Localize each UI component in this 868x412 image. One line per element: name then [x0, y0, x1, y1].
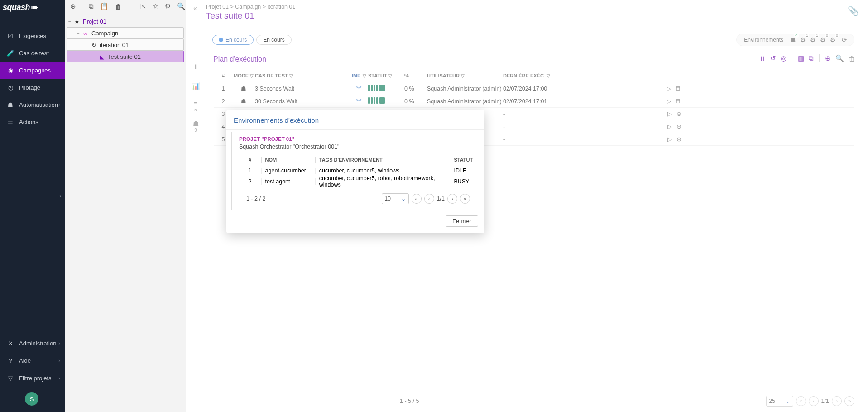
nav-exigences[interactable]: ☑ Exigences: [0, 27, 65, 44]
iteration-icon: ↻: [90, 42, 98, 48]
chevron-right-icon: ›: [58, 375, 60, 381]
wrench-icon: ✕: [6, 340, 14, 347]
close-button[interactable]: Fermer: [446, 215, 478, 227]
nav-filtre-projets[interactable]: ▽ Filtre projets ›: [0, 369, 65, 387]
modal-page-size[interactable]: 10⌄: [382, 193, 409, 204]
modal-orchestrator: Squash Orchestrator "Orchestrator 001": [239, 144, 477, 150]
checklist-icon: ☑: [6, 33, 14, 39]
nav-cas-de-test[interactable]: 🧪 Cas de test: [0, 44, 65, 62]
search-icon[interactable]: 🔍: [177, 2, 186, 10]
paste-icon[interactable]: 📋: [100, 2, 109, 10]
chevron-right-icon: ›: [58, 102, 60, 107]
modal-footer: Fermer: [226, 211, 484, 233]
nav-aide[interactable]: ? Aide ›: [0, 352, 65, 369]
campaign-icon: ∞: [82, 30, 90, 37]
nav-label: Administration: [19, 340, 56, 347]
chevron-right-icon: ›: [58, 358, 60, 363]
mcol-status: STATUT: [450, 157, 477, 163]
tree-label: Campaign: [91, 30, 118, 37]
tree-panel: ⊕ ⧉ 📋 🗑 ⇱ ☆ ⚙ 🔍 − ★ Projet 01 − ∞ Campai…: [65, 0, 186, 412]
nav-label: Campagnes: [19, 67, 51, 74]
copy-icon[interactable]: ⧉: [89, 2, 94, 10]
tree-label: Test suite 01: [108, 53, 141, 60]
star-icon[interactable]: ☆: [153, 2, 158, 10]
avatar[interactable]: S: [25, 392, 38, 406]
nav-actions[interactable]: ☰ Actions: [0, 113, 65, 130]
flask-icon: 🧪: [6, 50, 14, 57]
tree-toolbar: ⊕ ⧉ 📋 🗑 ⇱ ☆ ⚙ 🔍: [65, 0, 186, 13]
modal-first-button[interactable]: «: [412, 194, 422, 204]
mcol-tags: TAGS D'ENVIRONNEMENT: [316, 157, 451, 163]
environments-modal: Environnements d'exécution PROJET "PROJE…: [226, 110, 484, 233]
modal-last-button[interactable]: »: [460, 194, 470, 204]
nav-administration[interactable]: ✕ Administration ›: [0, 335, 65, 352]
nav-label: Filtre projets: [19, 375, 52, 382]
bars-icon: ☰: [6, 119, 14, 125]
mcol-n: #: [239, 157, 262, 163]
add-icon[interactable]: ⊕: [70, 2, 76, 10]
modal-table-row[interactable]: 1 agent-cucumber cucumber, cucumber5, wi…: [239, 165, 477, 176]
logo-swoosh: ➠: [31, 2, 38, 13]
nav-label: Aide: [19, 357, 31, 364]
tree-suite[interactable]: ◣ Test suite 01: [67, 51, 184, 62]
logo-text: squash: [3, 3, 30, 12]
tree-project[interactable]: − ★ Projet 01: [67, 15, 184, 27]
export-icon[interactable]: ⇱: [140, 2, 146, 10]
modal-range: 1 - 2 / 2: [246, 196, 265, 202]
nav-label: Cas de test: [19, 50, 49, 57]
gauge-icon: ◷: [6, 84, 14, 91]
modal-pager: 1 - 2 / 2 10⌄ « ‹ 1/1 › »: [239, 187, 477, 208]
collapse-icon[interactable]: −: [75, 31, 82, 36]
tree-iteration[interactable]: − ↻ iteration 01: [67, 39, 184, 51]
nav-label: Automatisation: [19, 101, 58, 108]
modal-table-row[interactable]: 2 test agent cucumber, cucumber5, robot,…: [239, 176, 477, 187]
nav-label: Exigences: [19, 33, 46, 39]
bookmark-icon: ◣: [98, 53, 106, 60]
filter-icon: ▽: [6, 375, 14, 382]
collapse-icon[interactable]: −: [67, 19, 73, 24]
sidebar: squash ➠ ☑ Exigences 🧪 Cas de test ◉ Cam…: [0, 0, 65, 412]
tree-campaign[interactable]: − ∞ Campaign: [67, 27, 184, 39]
star-filled-icon: ★: [73, 18, 81, 25]
nav-pilotage[interactable]: ◷ Pilotage: [0, 79, 65, 96]
chevron-right-icon: ›: [58, 340, 60, 346]
trash-icon[interactable]: 🗑: [115, 3, 122, 10]
modal-next-button[interactable]: ›: [447, 194, 457, 204]
modal-project: PROJET "PROJET 01": [239, 136, 477, 142]
modal-title: Environnements d'exécution: [226, 110, 484, 130]
tree-label: Projet 01: [83, 18, 106, 25]
modal-prev-button[interactable]: ‹: [424, 194, 434, 204]
mcol-name: NOM: [262, 157, 316, 163]
nav-label: Pilotage: [19, 84, 40, 91]
collapse-icon[interactable]: −: [83, 43, 90, 48]
play-circle-icon: ◉: [6, 67, 14, 74]
logo: squash ➠: [0, 0, 65, 14]
nav-label: Actions: [19, 119, 38, 125]
robot-icon: ☗: [6, 101, 14, 108]
modal-page: 1/1: [437, 196, 445, 202]
nav-automatisation[interactable]: ☗ Automatisation ›: [0, 96, 65, 113]
tree: − ★ Projet 01 − ∞ Campaign − ↻ iteration…: [65, 13, 186, 65]
help-icon: ?: [6, 357, 14, 364]
gear-icon[interactable]: ⚙: [165, 2, 171, 10]
nav-campagnes[interactable]: ◉ Campagnes: [0, 62, 65, 79]
collapse-sidebar-button[interactable]: ‹: [59, 192, 61, 199]
modal-table-header: # NOM TAGS D'ENVIRONNEMENT STATUT: [239, 154, 477, 165]
tree-label: iteration 01: [100, 42, 129, 48]
